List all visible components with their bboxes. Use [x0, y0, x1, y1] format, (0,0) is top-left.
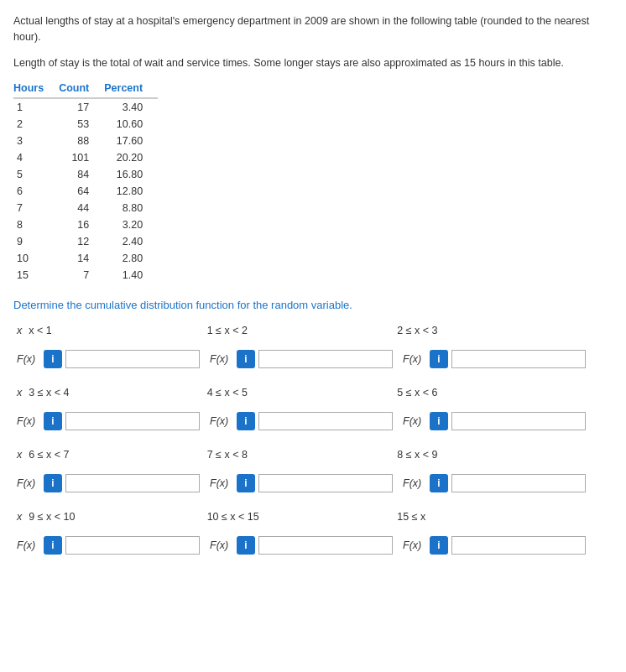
answer-input[interactable]	[451, 536, 586, 555]
answer-input[interactable]	[451, 350, 586, 368]
col-header-count: Count	[59, 81, 104, 98]
cdf-range-row: x3 ≤ x < 44 ≤ x < 55 ≤ x < 6	[13, 383, 584, 409]
cdf-fx-row: F(x)iF(x)iF(x)i	[13, 471, 584, 499]
table-cell: 6	[13, 183, 59, 200]
answer-input[interactable]	[65, 412, 200, 430]
answer-input[interactable]	[258, 412, 393, 430]
fx-label: F(x)	[403, 539, 426, 551]
answer-input[interactable]	[451, 474, 586, 492]
x-label: x	[17, 449, 22, 461]
x-label: x	[17, 511, 22, 523]
cdf-range-cell: 8 ≤ x < 9	[394, 445, 584, 471]
table-cell: 17.60	[104, 133, 158, 149]
answer-input[interactable]	[65, 350, 200, 368]
table-cell: 5	[13, 166, 59, 183]
cdf-fx-cell: F(x)i	[399, 409, 592, 437]
cdf-range-cell: x9 ≤ x < 10	[13, 508, 204, 533]
answer-input[interactable]	[258, 474, 393, 492]
range-label: 9 ≤ x < 10	[29, 511, 75, 523]
info-button[interactable]: i	[237, 536, 255, 555]
table-cell: 17	[59, 98, 104, 116]
answer-input[interactable]	[65, 536, 200, 555]
table-cell: 12.80	[104, 183, 158, 200]
answer-input[interactable]	[258, 536, 393, 555]
table-cell: 15	[13, 267, 59, 284]
cdf-fx-row: F(x)iF(x)iF(x)i	[13, 533, 584, 561]
table-cell: 20.20	[104, 149, 158, 166]
table-cell: 16	[59, 216, 104, 233]
info-button[interactable]: i	[237, 412, 255, 430]
cdf-fx-cell: F(x)i	[206, 533, 399, 561]
info-button[interactable]: i	[430, 474, 448, 492]
table-cell: 3.40	[104, 98, 158, 116]
answer-input[interactable]	[451, 412, 586, 430]
fx-label: F(x)	[210, 477, 233, 489]
cdf-range-row: x6 ≤ x < 77 ≤ x < 88 ≤ x < 9	[13, 445, 584, 471]
fx-label: F(x)	[17, 353, 40, 365]
cdf-fx-row: F(x)iF(x)iF(x)i	[13, 346, 584, 375]
cdf-fx-cell: F(x)i	[206, 471, 399, 499]
table-cell: 88	[59, 133, 104, 149]
table-row: 38817.60	[13, 133, 158, 149]
table-row: 1173.40	[13, 98, 158, 116]
table-cell: 2.40	[104, 233, 158, 250]
intro-line1: Actual lengths of stay at a hospital's e…	[13, 13, 601, 45]
table-cell: 2.80	[104, 250, 158, 267]
table-row: 1571.40	[13, 267, 158, 284]
table-cell: 1.40	[104, 267, 158, 284]
table-cell: 14	[59, 250, 104, 267]
table-cell: 3.20	[104, 216, 158, 233]
range-label: 10 ≤ x < 15	[207, 511, 388, 523]
info-button[interactable]: i	[237, 474, 255, 492]
cdf-range-cell: 10 ≤ x < 15	[204, 508, 394, 533]
table-cell: 10.60	[104, 116, 158, 133]
table-cell: 44	[59, 200, 104, 216]
cdf-container: xx < 11 ≤ x < 22 ≤ x < 3F(x)iF(x)iF(x)ix…	[13, 321, 613, 561]
cdf-fx-row: F(x)iF(x)iF(x)i	[13, 409, 584, 437]
table-row: 7448.80	[13, 200, 158, 216]
table-cell: 8.80	[104, 200, 158, 216]
info-button[interactable]: i	[44, 474, 62, 492]
info-button[interactable]: i	[44, 536, 62, 555]
range-label: 4 ≤ x < 5	[207, 387, 388, 399]
range-label: 7 ≤ x < 8	[207, 449, 388, 461]
fx-label: F(x)	[210, 353, 233, 365]
info-button[interactable]: i	[237, 350, 255, 368]
cdf-fx-cell: F(x)i	[399, 346, 592, 375]
table-cell: 12	[59, 233, 104, 250]
table-cell: 10	[13, 250, 59, 267]
range-label: 5 ≤ x < 6	[397, 387, 577, 399]
cdf-fx-cell: F(x)i	[13, 409, 206, 437]
range-label: 1 ≤ x < 2	[207, 325, 388, 336]
range-label: 8 ≤ x < 9	[397, 449, 577, 461]
fx-label: F(x)	[403, 477, 426, 489]
cdf-range-cell: 5 ≤ x < 6	[394, 383, 584, 409]
fx-label: F(x)	[210, 539, 233, 551]
col-header-percent: Percent	[104, 81, 158, 98]
cdf-fx-cell: F(x)i	[206, 346, 399, 375]
answer-input[interactable]	[258, 350, 393, 368]
cdf-range-cell: 15 ≤ x	[394, 508, 584, 533]
cdf-fx-cell: F(x)i	[206, 409, 399, 437]
fx-label: F(x)	[403, 353, 426, 365]
table-row: 410120.20	[13, 149, 158, 166]
table-cell: 64	[59, 183, 104, 200]
info-button[interactable]: i	[44, 412, 62, 430]
cdf-fx-cell: F(x)i	[13, 533, 206, 561]
fx-label: F(x)	[210, 415, 233, 427]
cdf-range-cell: 4 ≤ x < 5	[204, 383, 394, 409]
cdf-range-row: xx < 11 ≤ x < 22 ≤ x < 3	[13, 321, 584, 346]
info-button[interactable]: i	[430, 412, 448, 430]
answer-input[interactable]	[65, 474, 200, 492]
table-cell: 8	[13, 216, 59, 233]
info-button[interactable]: i	[430, 536, 448, 555]
info-button[interactable]: i	[44, 350, 62, 368]
table-cell: 4	[13, 149, 59, 166]
fx-label: F(x)	[17, 477, 40, 489]
range-label: 15 ≤ x	[397, 511, 577, 523]
table-row: 58416.80	[13, 166, 158, 183]
info-button[interactable]: i	[430, 350, 448, 368]
cdf-range-cell: 7 ≤ x < 8	[204, 445, 394, 471]
table-cell: 7	[13, 200, 59, 216]
x-label: x	[17, 325, 22, 336]
